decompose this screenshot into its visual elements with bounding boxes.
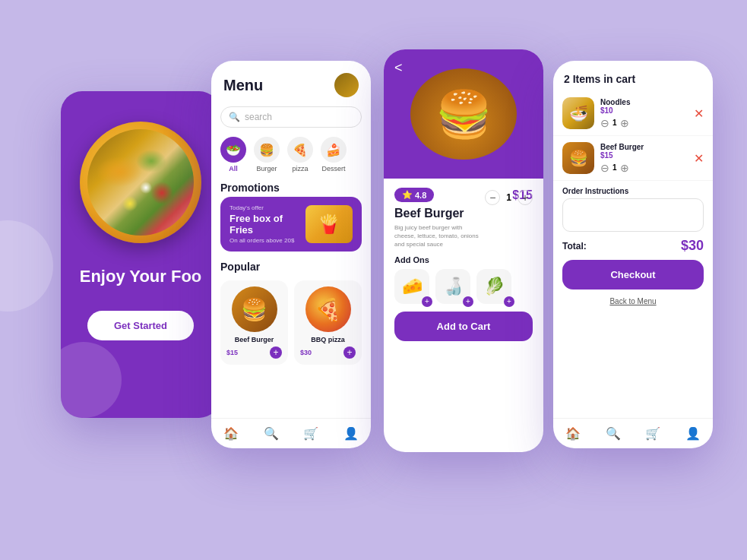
order-instructions-input[interactable] <box>562 198 704 232</box>
promo-main-text: Free box of Fries <box>229 213 305 236</box>
detail-content: ⭐ 4.8 $15 Beef Burger Big juicy beef bur… <box>384 179 543 452</box>
noodles-qty-row: ⊖ 1 ⊕ <box>600 117 688 129</box>
category-all[interactable]: 🥗 All <box>220 137 246 172</box>
user-avatar[interactable] <box>334 73 359 97</box>
cat-icon-all: 🥗 <box>220 137 246 163</box>
category-dessert[interactable]: 🍰 Dessert <box>321 137 347 172</box>
cart-burger-image: 🍔 <box>562 142 594 174</box>
category-burger[interactable]: 🍔 Burger <box>254 137 280 172</box>
nav-home-icon[interactable]: 🏠 <box>223 426 239 441</box>
cart-item-noodles: 🍜 Noodles $10 ⊖ 1 ⊕ ✕ <box>553 91 713 136</box>
food-bowl-image <box>80 122 201 243</box>
cat-label-dessert: Dessert <box>321 165 345 172</box>
promotions-title: Promotions <box>211 179 371 197</box>
addons-title: Add Ons <box>394 255 533 264</box>
cat-label-burger: Burger <box>256 165 277 172</box>
cart-nav-home-icon[interactable]: 🏠 <box>565 426 581 441</box>
popular-grid: 🍔 Beef Burger $15 + 🍕 BBQ pizza $30 + <box>211 276 371 369</box>
search-bar[interactable]: 🔍 search <box>220 106 362 128</box>
detail-burger-name: Beef Burger <box>394 207 485 220</box>
cart-nav-search-icon[interactable]: 🔍 <box>606 426 621 441</box>
addons-row: 🧀 + 🍶 + 🥬 + <box>394 269 533 304</box>
addon-sauce[interactable]: 🍶 + <box>435 269 470 304</box>
back-to-menu-link[interactable]: Back to Menu <box>553 294 713 312</box>
menu-header: Menu <box>211 61 371 103</box>
add-pizza-button[interactable]: + <box>343 346 356 359</box>
addon-lettuce[interactable]: 🥬 + <box>476 269 511 304</box>
checkout-button[interactable]: Checkout <box>562 260 704 289</box>
total-label: Total: <box>562 241 587 252</box>
food-card-burger[interactable]: 🍔 Beef Burger $15 + <box>220 280 288 365</box>
cart-burger-price: $15 <box>600 151 688 160</box>
promo-fries-image: 🍟 <box>305 205 353 243</box>
add-burger-button[interactable]: + <box>270 346 282 359</box>
detail-name-desc: Beef Burger Big juicy beef burger with c… <box>394 207 485 255</box>
nav-search-icon[interactable]: 🔍 <box>264 426 279 441</box>
decrease-qty-button[interactable]: − <box>485 190 500 205</box>
nav-cart-icon[interactable]: 🛒 <box>303 426 318 441</box>
noodles-increase-button[interactable]: ⊕ <box>620 117 629 129</box>
burger-name: Beef Burger <box>235 336 274 343</box>
noodles-info: Noodles $10 ⊖ 1 ⊕ <box>600 98 688 129</box>
addon-lettuce-plus[interactable]: + <box>504 296 514 307</box>
burger-remove-button[interactable]: ✕ <box>694 151 704 166</box>
cart-header: 2 Items in cart <box>553 61 713 91</box>
burger-increase-button[interactable]: ⊕ <box>620 162 629 174</box>
noodles-image: 🍜 <box>562 97 594 129</box>
burger-qty-row: ⊖ 1 ⊕ <box>600 162 688 174</box>
addon-sauce-plus[interactable]: + <box>463 296 473 307</box>
promo-card[interactable]: Today's offer Free box of Fries On all o… <box>220 197 362 252</box>
burger-decrease-button[interactable]: ⊖ <box>600 162 609 174</box>
category-row: 🥗 All 🍔 Burger 🍕 pizza 🍰 Dessert <box>211 131 371 179</box>
total-row: Total: $30 <box>553 232 713 260</box>
add-to-cart-button[interactable]: Add to Cart <box>394 312 533 341</box>
screen-menu: Menu 🔍 search 🥗 All 🍔 Burger 🍕 pizza 🍰 D… <box>211 61 371 448</box>
screen-welcome: Enjoy Your Foo Get Started <box>61 91 220 418</box>
addon-cheese[interactable]: 🧀 + <box>394 269 429 304</box>
screen-detail: < 🍔 ⭐ 4.8 $15 Beef Burger Big juicy beef… <box>384 49 543 452</box>
category-pizza[interactable]: 🍕 pizza <box>287 137 313 172</box>
quantity-display: 1 <box>506 192 511 203</box>
burger-qty: 1 <box>612 163 617 172</box>
cart-nav-profile-icon[interactable]: 👤 <box>685 426 701 441</box>
deco-left-circle <box>0 220 53 312</box>
deco-circle <box>61 342 122 418</box>
back-button[interactable]: < <box>394 60 403 76</box>
noodles-remove-button[interactable]: ✕ <box>694 106 704 121</box>
detail-description: Big juicy beef burger with cheese, lettu… <box>394 223 485 249</box>
promo-sub-text: On all orders above 20$ <box>229 237 305 244</box>
order-instructions-label: Order Instructions <box>553 181 713 198</box>
promo-text-block: Today's offer Free box of Fries On all o… <box>229 204 305 244</box>
burger-image: 🍔 <box>232 286 277 332</box>
detail-top-section: < 🍔 <box>384 49 543 179</box>
cat-icon-burger: 🍔 <box>254 137 280 163</box>
promo-today-label: Today's offer <box>229 204 305 211</box>
food-bowl-inner <box>87 129 194 236</box>
burger-detail-image: 🍔 <box>410 68 517 160</box>
cart-burger-name: Beef Burger <box>600 143 688 151</box>
menu-bottom-nav: 🏠 🔍 🛒 👤 <box>211 418 371 448</box>
burger-cart-info: Beef Burger $15 ⊖ 1 ⊕ <box>600 143 688 174</box>
get-started-button[interactable]: Get Started <box>87 311 194 340</box>
popular-title: Popular <box>211 258 371 276</box>
increase-qty-button[interactable]: + <box>518 190 533 205</box>
addon-cheese-plus[interactable]: + <box>422 296 432 307</box>
screen-cart: 2 Items in cart 🍜 Noodles $10 ⊖ 1 ⊕ ✕ 🍔 … <box>553 61 713 448</box>
nav-profile-icon[interactable]: 👤 <box>343 426 359 441</box>
cat-icon-dessert: 🍰 <box>321 137 347 163</box>
noodles-decrease-button[interactable]: ⊖ <box>600 117 609 129</box>
noodles-name: Noodles <box>600 98 688 106</box>
cart-nav-cart-icon[interactable]: 🛒 <box>645 426 660 441</box>
search-icon: 🔍 <box>229 112 240 122</box>
quantity-row: − 1 + <box>485 190 533 205</box>
burger-price: $15 <box>226 349 238 356</box>
rating-value: 4.8 <box>415 191 426 200</box>
pizza-image: 🍕 <box>305 286 351 332</box>
search-placeholder-text: search <box>245 112 272 122</box>
pizza-price-row: $30 + <box>300 346 356 359</box>
cat-label-pizza: pizza <box>292 165 308 172</box>
cart-bottom-nav: 🏠 🔍 🛒 👤 <box>553 418 713 448</box>
menu-title: Menu <box>223 77 263 94</box>
cat-label-all: All <box>229 165 238 172</box>
food-card-pizza[interactable]: 🍕 BBQ pizza $30 + <box>294 280 362 365</box>
